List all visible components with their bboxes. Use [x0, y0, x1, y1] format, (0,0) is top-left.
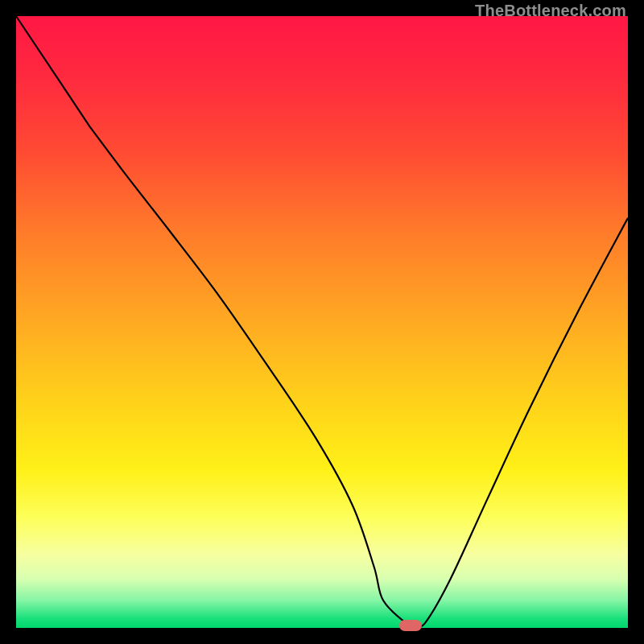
bottleneck-curve — [16, 16, 628, 626]
watermark-text: TheBottleneck.com — [475, 2, 626, 20]
chart-frame — [16, 16, 628, 628]
optimal-marker — [399, 620, 422, 631]
curve-layer — [16, 16, 628, 628]
